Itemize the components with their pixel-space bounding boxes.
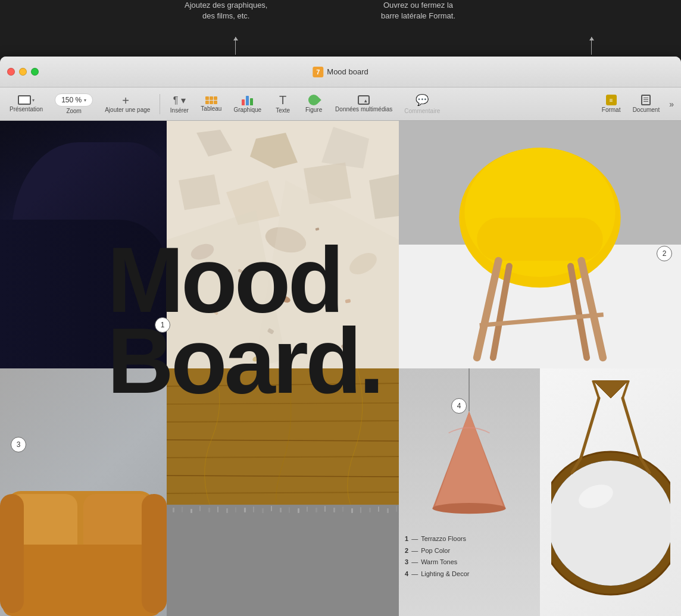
rug-texture <box>167 505 399 616</box>
svg-rect-70 <box>396 506 397 512</box>
presentation-button[interactable]: ▾ Présentation <box>5 93 48 115</box>
list-row-2: 2 — Pop Color <box>405 545 537 557</box>
svg-marker-4 <box>179 174 220 210</box>
tooltip-right-line1: Ouvrez ou fermez la <box>383 1 453 10</box>
list-text-3: Warm Tones <box>421 556 457 568</box>
zoom-chevron: ▾ <box>84 98 86 103</box>
add-page-label: Ajouter une page <box>105 107 150 113</box>
format-label: Format <box>602 107 621 113</box>
svg-rect-63 <box>333 508 335 512</box>
lamp-area: 1 — Terrazzo Floors 2 — Pop Color 3 <box>399 368 540 616</box>
presentation-icon: ▾ <box>18 95 35 105</box>
svg-rect-52 <box>235 507 236 512</box>
toolbar-separator-1 <box>160 94 160 114</box>
svg-rect-54 <box>253 506 254 512</box>
svg-rect-48 <box>199 506 201 511</box>
document-label: Document <box>633 107 660 113</box>
document-button[interactable]: Document <box>628 92 665 115</box>
zoom-pill: 150 % ▾ <box>55 93 93 107</box>
page-content: 1 — Terrazzo Floors 2 — Pop Color 3 <box>0 121 681 616</box>
comment-label: Commentaire <box>404 108 440 114</box>
format-button[interactable]: ≡ Format <box>597 92 626 115</box>
titlebar: 7 Mood board <box>0 57 681 87</box>
list-dash-2: — <box>411 545 418 557</box>
wood-texture <box>167 368 399 505</box>
document-icon <box>641 95 651 105</box>
tooltip-left-line1: Ajoutez des graphiques, <box>185 1 267 10</box>
svg-rect-33 <box>0 494 24 613</box>
svg-rect-47 <box>190 509 192 513</box>
items-list: 1 — Terrazzo Floors 2 — Pop Color 3 <box>405 533 537 580</box>
tooltip-line-right <box>591 37 592 55</box>
svg-rect-68 <box>378 506 379 512</box>
app-window: 7 Mood board ▾ Présentation 150 % ▾ Zoom… <box>0 57 681 616</box>
svg-point-74 <box>433 503 506 514</box>
page-badge-2: 2 <box>657 246 672 261</box>
svg-rect-49 <box>208 508 210 512</box>
page-badge-1: 1 <box>155 317 170 333</box>
traffic-lights <box>7 68 39 76</box>
svg-rect-61 <box>315 508 317 512</box>
toolbar: ▾ Présentation 150 % ▾ Zoom + Ajouter un… <box>0 87 681 121</box>
media-button[interactable]: Données multimédias <box>330 93 397 115</box>
svg-rect-32 <box>3 545 161 616</box>
plus-icon: + <box>122 95 133 105</box>
insert-button[interactable]: ¶ ▾ Insérer <box>165 92 193 116</box>
presentation-label: Présentation <box>10 106 43 112</box>
svg-rect-59 <box>298 508 299 513</box>
app-icon: 7 <box>313 67 323 77</box>
zoom-label: Zoom <box>66 108 82 114</box>
more-button[interactable]: » <box>667 97 676 111</box>
terrazzo-image <box>167 121 399 368</box>
table-icon <box>205 96 217 104</box>
list-row-4: 4 — Lighting & Decor <box>405 568 537 580</box>
svg-rect-35 <box>167 368 399 505</box>
list-num-4: 4 <box>405 568 408 580</box>
comment-button[interactable]: 💬 Commentaire <box>399 91 445 117</box>
svg-rect-69 <box>387 508 389 513</box>
insert-label: Insérer <box>170 107 189 114</box>
close-button[interactable] <box>7 68 15 76</box>
svg-rect-46 <box>182 506 183 512</box>
shape-button[interactable]: Figure <box>299 92 328 115</box>
text-button[interactable]: T Texte <box>268 92 297 116</box>
wood-rug-image <box>167 368 399 616</box>
mirror-area <box>540 368 681 616</box>
tooltip-line-left <box>235 37 236 55</box>
media-icon <box>358 95 370 105</box>
text-label: Texte <box>276 107 290 114</box>
svg-rect-23 <box>477 218 603 261</box>
media-label: Données multimédias <box>335 106 392 112</box>
lamp-mirror-section: 1 — Terrazzo Floors 2 — Pop Color 3 <box>399 368 681 616</box>
tooltip-right: Ouvrez ou fermez la barre latérale Forma… <box>381 0 455 21</box>
gray-wall-image <box>0 368 167 616</box>
add-page-button[interactable]: + Ajouter une page <box>100 92 155 115</box>
table-button[interactable]: Tableau <box>196 94 226 114</box>
shape-label: Figure <box>305 107 322 113</box>
page-badge-3: 3 <box>11 437 26 452</box>
tooltip-area: Ajoutez des graphiques, des films, etc. … <box>0 0 681 65</box>
svg-rect-56 <box>271 506 272 511</box>
yellow-chair-image <box>399 121 681 368</box>
table-label: Tableau <box>201 105 221 112</box>
shape-icon <box>306 92 321 107</box>
window-title-text: Mood board <box>327 67 368 76</box>
svg-marker-73 <box>435 411 503 505</box>
svg-point-81 <box>551 461 670 586</box>
chart-icon <box>242 95 253 105</box>
list-dash-4: — <box>411 568 418 580</box>
image-grid: 1 — Terrazzo Floors 2 — Pop Color 3 <box>0 121 681 616</box>
zoom-button[interactable]: 150 % ▾ Zoom <box>50 91 98 117</box>
svg-rect-58 <box>289 507 290 513</box>
svg-rect-34 <box>142 494 167 613</box>
svg-rect-62 <box>324 506 326 512</box>
svg-rect-67 <box>369 508 371 512</box>
list-text-2: Pop Color <box>421 545 450 557</box>
format-icon: ≡ <box>606 95 617 105</box>
chart-button[interactable]: Graphique <box>229 92 266 115</box>
maximize-button[interactable] <box>31 68 39 76</box>
list-text-1: Terrazzo Floors <box>421 533 466 545</box>
comment-icon: 💬 <box>416 93 429 107</box>
minimize-button[interactable] <box>19 68 27 76</box>
list-num-3: 3 <box>405 556 408 568</box>
